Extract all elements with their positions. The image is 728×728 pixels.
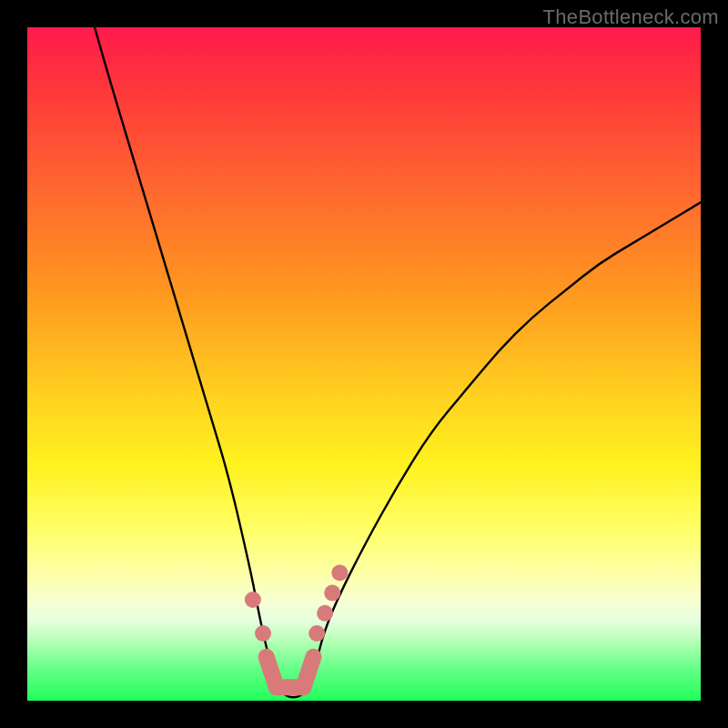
trough-dot-markers	[245, 564, 348, 642]
marker-dot	[245, 592, 261, 608]
bottleneck-curve	[95, 27, 701, 697]
marker-dot	[331, 564, 348, 581]
curve-layer	[27, 27, 701, 701]
watermark-text: TheBottleneck.com	[543, 5, 719, 29]
marker-dot	[255, 625, 271, 642]
marker-dot	[324, 585, 340, 602]
trough-bar-markers	[267, 657, 314, 687]
chart-frame: TheBottleneck.com	[0, 0, 728, 728]
marker-bar	[303, 657, 313, 687]
plot-area	[27, 27, 701, 701]
marker-dot	[317, 605, 333, 622]
marker-dot	[308, 625, 325, 642]
